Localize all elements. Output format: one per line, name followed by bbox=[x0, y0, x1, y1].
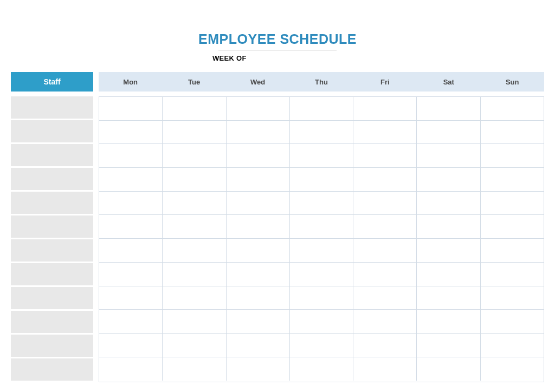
schedule-cell[interactable] bbox=[290, 215, 353, 238]
schedule-cell[interactable] bbox=[290, 97, 353, 120]
staff-cell[interactable] bbox=[11, 96, 93, 119]
schedule-cell[interactable] bbox=[417, 239, 480, 262]
staff-cell[interactable] bbox=[11, 311, 93, 333]
schedule-cell[interactable] bbox=[163, 334, 226, 357]
schedule-cell[interactable] bbox=[99, 334, 163, 357]
schedule-cell[interactable] bbox=[163, 192, 226, 215]
schedule-cell[interactable] bbox=[417, 144, 480, 167]
schedule-cell[interactable] bbox=[227, 357, 290, 381]
schedule-cell[interactable] bbox=[353, 168, 417, 191]
staff-cell[interactable] bbox=[11, 263, 93, 285]
schedule-cell[interactable] bbox=[227, 215, 290, 238]
schedule-cell[interactable] bbox=[99, 239, 163, 262]
schedule-cell[interactable] bbox=[417, 215, 480, 238]
schedule-cell[interactable] bbox=[227, 310, 290, 333]
schedule-cell[interactable] bbox=[227, 286, 290, 310]
schedule-cell[interactable] bbox=[290, 121, 353, 144]
schedule-cell[interactable] bbox=[99, 286, 163, 310]
schedule-cell[interactable] bbox=[417, 168, 480, 191]
schedule-cell[interactable] bbox=[290, 310, 353, 333]
schedule-cell[interactable] bbox=[481, 310, 544, 333]
schedule-cell[interactable] bbox=[163, 357, 226, 381]
schedule-cell[interactable] bbox=[227, 239, 290, 262]
schedule-cell[interactable] bbox=[99, 263, 163, 286]
schedule-cell[interactable] bbox=[353, 310, 417, 333]
schedule-cell[interactable] bbox=[481, 215, 544, 238]
schedule-cell[interactable] bbox=[163, 286, 226, 310]
staff-cell[interactable] bbox=[11, 192, 93, 214]
schedule-cell[interactable] bbox=[353, 286, 417, 310]
schedule-cell[interactable] bbox=[481, 144, 544, 167]
schedule-cell[interactable] bbox=[99, 357, 163, 381]
schedule-cell[interactable] bbox=[290, 192, 353, 215]
schedule-cell[interactable] bbox=[353, 97, 417, 120]
staff-cell[interactable] bbox=[11, 287, 93, 309]
schedule-cell[interactable] bbox=[290, 334, 353, 357]
schedule-cell[interactable] bbox=[290, 168, 353, 191]
schedule-cell[interactable] bbox=[417, 357, 480, 381]
day-header-tue: Tue bbox=[162, 72, 225, 92]
schedule-cell[interactable] bbox=[163, 168, 226, 191]
schedule-cell[interactable] bbox=[290, 286, 353, 310]
staff-cell[interactable] bbox=[11, 215, 93, 238]
table-row bbox=[99, 310, 544, 334]
schedule-cell[interactable] bbox=[227, 97, 290, 120]
staff-cell[interactable] bbox=[11, 239, 93, 262]
schedule-cell[interactable] bbox=[290, 263, 353, 286]
schedule-cell[interactable] bbox=[163, 121, 226, 144]
schedule-cell[interactable] bbox=[163, 215, 226, 238]
staff-cell[interactable] bbox=[11, 168, 93, 190]
schedule-cell[interactable] bbox=[290, 144, 353, 167]
staff-column-header: Staff bbox=[11, 72, 93, 92]
schedule-cell[interactable] bbox=[417, 97, 480, 120]
schedule-cell[interactable] bbox=[163, 144, 226, 167]
schedule-cell[interactable] bbox=[353, 239, 417, 262]
schedule-cell[interactable] bbox=[99, 121, 163, 144]
schedule-cell[interactable] bbox=[227, 144, 290, 167]
schedule-cell[interactable] bbox=[99, 168, 163, 191]
schedule-cell[interactable] bbox=[481, 263, 544, 286]
schedule-cell[interactable] bbox=[290, 357, 353, 381]
schedule-cell[interactable] bbox=[481, 357, 544, 381]
staff-cell[interactable] bbox=[11, 335, 93, 357]
schedule-cell[interactable] bbox=[481, 239, 544, 262]
table-row bbox=[99, 168, 544, 192]
schedule-cell[interactable] bbox=[353, 144, 417, 167]
schedule-cell[interactable] bbox=[99, 97, 163, 120]
schedule-cell[interactable] bbox=[227, 334, 290, 357]
schedule-cell[interactable] bbox=[163, 239, 226, 262]
schedule-cell[interactable] bbox=[481, 97, 544, 120]
schedule-cell[interactable] bbox=[290, 239, 353, 262]
staff-cell[interactable] bbox=[11, 358, 93, 381]
schedule-cell[interactable] bbox=[227, 263, 290, 286]
schedule-cell[interactable] bbox=[417, 192, 480, 215]
schedule-cell[interactable] bbox=[99, 215, 163, 238]
staff-cell[interactable] bbox=[11, 120, 93, 142]
schedule-cell[interactable] bbox=[227, 192, 290, 215]
schedule-cell[interactable] bbox=[353, 121, 417, 144]
schedule-cell[interactable] bbox=[353, 215, 417, 238]
schedule-cell[interactable] bbox=[481, 168, 544, 191]
staff-cell[interactable] bbox=[11, 144, 93, 166]
schedule-cell[interactable] bbox=[417, 310, 480, 333]
schedule-cell[interactable] bbox=[353, 263, 417, 286]
schedule-cell[interactable] bbox=[481, 121, 544, 144]
schedule-cell[interactable] bbox=[417, 334, 480, 357]
schedule-cell[interactable] bbox=[99, 192, 163, 215]
schedule-cell[interactable] bbox=[417, 263, 480, 286]
schedule-cell[interactable] bbox=[353, 357, 417, 381]
schedule-cell[interactable] bbox=[163, 263, 226, 286]
schedule-cell[interactable] bbox=[481, 192, 544, 215]
schedule-cell[interactable] bbox=[481, 286, 544, 310]
schedule-cell[interactable] bbox=[99, 144, 163, 167]
schedule-cell[interactable] bbox=[353, 192, 417, 215]
schedule-cell[interactable] bbox=[99, 310, 163, 333]
schedule-cell[interactable] bbox=[163, 97, 226, 120]
schedule-cell[interactable] bbox=[227, 121, 290, 144]
schedule-cell[interactable] bbox=[353, 334, 417, 357]
schedule-cell[interactable] bbox=[417, 121, 480, 144]
schedule-cell[interactable] bbox=[417, 286, 480, 310]
schedule-cell[interactable] bbox=[227, 168, 290, 191]
schedule-cell[interactable] bbox=[163, 310, 226, 333]
schedule-cell[interactable] bbox=[481, 334, 544, 357]
